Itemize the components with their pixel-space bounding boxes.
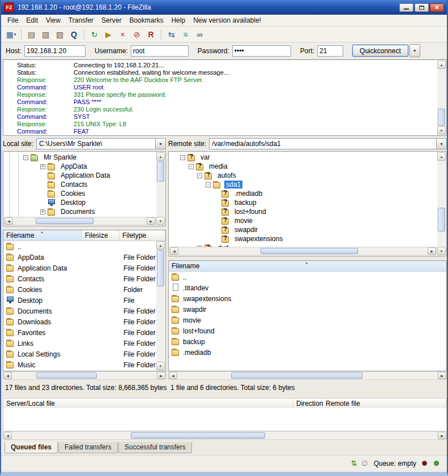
- scroll-thumb[interactable]: [231, 372, 362, 379]
- column-header-filename[interactable]: Filename: [169, 261, 446, 271]
- sync-browse-button[interactable]: ≡: [178, 28, 193, 41]
- process-queue-button[interactable]: ▶: [101, 28, 116, 41]
- tree-item-swapextensions[interactable]: ?swapextensions: [169, 234, 437, 243]
- port-input[interactable]: [317, 45, 343, 57]
- queue-hscroll[interactable]: [3, 431, 447, 440]
- tree-item-sda1[interactable]: -sda1: [169, 180, 437, 189]
- refresh-button[interactable]: ↻: [87, 28, 101, 41]
- close-button[interactable]: [430, 3, 444, 12]
- menu-item-bookmarks[interactable]: Bookmarks: [125, 15, 167, 25]
- scroll-up-icon[interactable]: [156, 152, 165, 161]
- scroll-right-icon[interactable]: [428, 247, 436, 255]
- file-row-local-settings[interactable]: Local SettingsFile Folder: [4, 349, 156, 359]
- local-tree-hscroll[interactable]: [4, 217, 156, 225]
- expander-plus-icon[interactable]: +: [40, 164, 45, 169]
- expander-minus-icon[interactable]: -: [197, 173, 202, 178]
- file-row-movie[interactable]: movie: [169, 315, 446, 325]
- toggle-remote-tree-button[interactable]: ▨: [53, 28, 67, 41]
- minimize-button[interactable]: [399, 3, 413, 12]
- local-site-combo[interactable]: C:\Users\Mr Sparkle\: [36, 138, 166, 149]
- find-button[interactable]: ∞: [193, 28, 207, 41]
- file-row-backup[interactable]: backup: [169, 336, 446, 347]
- remote-site-combo[interactable]: /var/media/autofs/sda1: [209, 138, 447, 149]
- scroll-thumb[interactable]: [131, 432, 265, 439]
- scroll-down-icon[interactable]: [437, 247, 446, 255]
- column-header-filesize[interactable]: Filesize: [82, 230, 120, 241]
- scroll-right-icon[interactable]: [438, 432, 446, 439]
- combo-dropdown-icon[interactable]: [155, 139, 165, 149]
- tab-failed-transfers[interactable]: Failed transfers: [58, 442, 118, 453]
- password-input[interactable]: [232, 45, 291, 57]
- message-log[interactable]: Status:Connecting to 192.168.1.20:21...S…: [3, 59, 447, 136]
- maximize-button[interactable]: [415, 3, 429, 12]
- scroll-thumb[interactable]: [36, 372, 97, 379]
- scroll-right-icon[interactable]: [147, 217, 155, 225]
- file-row-cookies[interactable]: CookiesFolder: [4, 284, 156, 295]
- local-list-hscroll[interactable]: [3, 371, 166, 380]
- status-activity-icon[interactable]: ⇅: [351, 460, 357, 467]
- expander-minus-icon[interactable]: -: [180, 155, 185, 160]
- tab-successful-transfers[interactable]: Successful transfers: [118, 442, 192, 453]
- tree-item-desktop[interactable]: Desktop: [4, 198, 156, 207]
- queue-column-remote-file[interactable]: Remote file: [323, 398, 446, 408]
- host-input[interactable]: [24, 45, 86, 57]
- menu-item-view[interactable]: View: [42, 15, 65, 25]
- menu-item-server[interactable]: Server: [97, 15, 125, 25]
- file-row-documents[interactable]: DocumentsFile Folder: [4, 306, 156, 316]
- file-row-favorites[interactable]: FavoritesFile Folder: [4, 327, 156, 338]
- tree-item-cookies[interactable]: Cookies: [4, 189, 156, 198]
- tree-item-backup[interactable]: ?backup: [169, 198, 437, 207]
- menu-item-transfer[interactable]: Transfer: [65, 15, 97, 25]
- scroll-thumb[interactable]: [157, 161, 164, 182]
- tree-item-movie[interactable]: ?movie: [169, 216, 437, 225]
- scroll-thumb[interactable]: [157, 250, 164, 286]
- dropdown-arrow-icon[interactable]: ▾: [14, 32, 16, 37]
- expander-minus-icon[interactable]: -: [206, 182, 211, 187]
- quickconnect-dropdown-icon[interactable]: [409, 44, 420, 57]
- menu-item-edit[interactable]: Edit: [22, 15, 42, 25]
- file-row-downloads[interactable]: DownloadsFile Folder: [4, 316, 156, 327]
- quickconnect-button[interactable]: Quickconnect: [352, 45, 408, 57]
- queue-column-direction[interactable]: Direction: [293, 398, 323, 408]
- remote-tree-vscroll[interactable]: [437, 152, 446, 255]
- local-list-vscroll[interactable]: [156, 241, 165, 370]
- scroll-down-icon[interactable]: [437, 126, 446, 135]
- tree-item-autofs[interactable]: -?autofs: [169, 171, 437, 180]
- site-manager-button[interactable]: ▦▾: [4, 28, 18, 41]
- file-row-desktop[interactable]: DesktopFile: [4, 295, 156, 306]
- scroll-thumb[interactable]: [36, 218, 93, 224]
- tree-item-mr-sparkle[interactable]: -Mr Sparkle: [4, 153, 156, 162]
- file-row-appdata[interactable]: AppDataFile Folder: [4, 252, 156, 263]
- status-speedlimit-icon[interactable]: ∅: [361, 460, 368, 467]
- username-input[interactable]: [131, 45, 189, 57]
- reconnect-button[interactable]: R: [144, 28, 158, 41]
- file-row-application-data[interactable]: Application DataFile Folder: [4, 263, 156, 273]
- queue-body[interactable]: [3, 408, 447, 431]
- tree-item-application-data[interactable]: Application Data: [4, 171, 156, 180]
- scroll-left-icon[interactable]: [5, 217, 13, 225]
- scroll-left-icon[interactable]: [170, 247, 178, 255]
- scroll-left-icon[interactable]: [3, 372, 12, 379]
- scroll-thumb[interactable]: [438, 208, 445, 231]
- file-row-item[interactable]: ..: [169, 272, 446, 282]
- tree-item-media[interactable]: -?media: [169, 162, 437, 171]
- file-row-lost-found[interactable]: lost+found: [169, 325, 446, 336]
- expander-plus-icon[interactable]: +: [40, 209, 45, 215]
- toggle-log-button[interactable]: ▤: [24, 28, 39, 41]
- scroll-down-icon[interactable]: [156, 362, 165, 370]
- scroll-right-icon[interactable]: [438, 372, 446, 379]
- combo-dropdown-icon[interactable]: [436, 139, 446, 149]
- remote-list-hscroll[interactable]: [168, 371, 447, 380]
- file-row-swapdir[interactable]: swapdir: [169, 304, 446, 315]
- scroll-down-icon[interactable]: [156, 217, 165, 225]
- scroll-up-icon[interactable]: [437, 152, 446, 161]
- compare-button[interactable]: ⇆: [164, 28, 178, 41]
- file-row-item[interactable]: ..: [4, 241, 156, 252]
- column-header-filename[interactable]: Filename: [3, 230, 82, 241]
- file-row-music[interactable]: MusicFile Folder: [4, 359, 156, 370]
- file-row-links[interactable]: LinksFile Folder: [4, 338, 156, 349]
- tree-item-swapdir[interactable]: ?swapdir: [169, 225, 437, 234]
- cancel-button[interactable]: ×: [116, 28, 130, 41]
- menu-item-new-version-available[interactable]: New version available!: [189, 15, 265, 25]
- toggle-queue-button[interactable]: Q: [67, 28, 81, 41]
